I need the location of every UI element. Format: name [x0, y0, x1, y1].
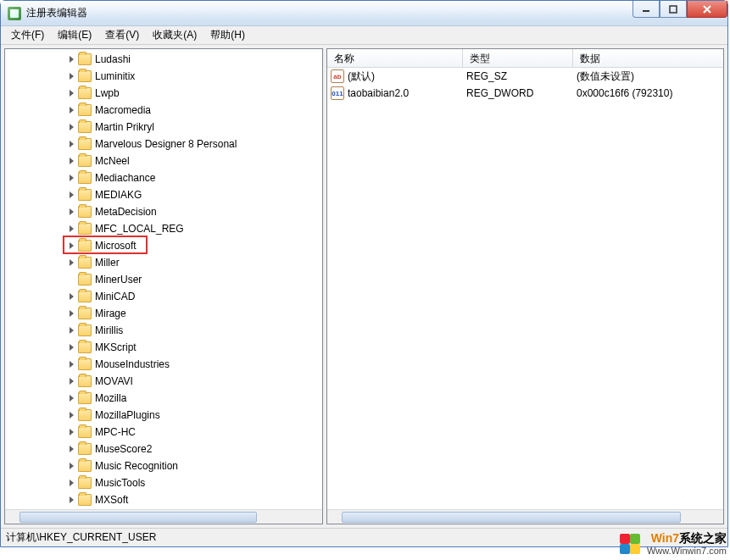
- list-row[interactable]: ab(默认)REG_SZ(数值未设置): [327, 68, 723, 85]
- close-button[interactable]: [687, 1, 727, 18]
- tree-item-label: Microsoft: [95, 240, 137, 252]
- tree-item-label: MozillaPlugins: [95, 409, 160, 421]
- expander-icon[interactable]: [66, 122, 76, 132]
- svg-rect-1: [670, 6, 677, 13]
- value-name: taobaibian2.0: [348, 87, 409, 99]
- folder-icon: [78, 206, 92, 218]
- tree-pane: LudashiLuminitixLwpbMacromediaMartin Pri…: [4, 48, 323, 524]
- tree-item[interactable]: MOVAVI: [5, 373, 322, 390]
- expander-icon[interactable]: [66, 173, 76, 183]
- tree-item[interactable]: MozillaPlugins: [5, 407, 322, 424]
- expander-icon[interactable]: [66, 495, 76, 505]
- folder-icon: [78, 274, 92, 286]
- tree-item[interactable]: Macromedia: [5, 102, 322, 119]
- tree-horizontal-scrollbar[interactable]: [5, 509, 322, 524]
- folder-icon: [78, 121, 92, 133]
- tree-item[interactable]: Mirage: [5, 305, 322, 322]
- expander-icon[interactable]: [66, 105, 76, 115]
- expander-icon[interactable]: [66, 393, 76, 403]
- tree-item-label: Mirillis: [95, 324, 123, 336]
- tree-item[interactable]: MEDIAKG: [5, 186, 322, 203]
- expander-icon[interactable]: [66, 224, 76, 234]
- expander-icon[interactable]: [66, 325, 76, 335]
- expander-icon[interactable]: [66, 241, 76, 251]
- tree-item[interactable]: McNeel: [5, 152, 322, 169]
- menu-view[interactable]: 查看(V): [98, 26, 146, 44]
- expander-icon[interactable]: [66, 308, 76, 319]
- expander-icon[interactable]: [66, 444, 76, 454]
- tree-item-label: Ludashi: [95, 53, 131, 65]
- folder-icon: [78, 426, 92, 438]
- expander-icon[interactable]: [66, 139, 76, 149]
- expander-icon[interactable]: [66, 156, 76, 166]
- expander-icon[interactable]: [66, 478, 76, 488]
- folder-icon: [78, 494, 92, 506]
- expander-icon[interactable]: [66, 71, 76, 81]
- tree-item-label: Lwpb: [95, 87, 120, 99]
- tree-item-label: MEDIAKG: [95, 189, 142, 201]
- expander-icon[interactable]: [66, 291, 76, 302]
- tree-item[interactable]: Luminitix: [5, 68, 322, 85]
- tree-item[interactable]: MPC-HC: [5, 424, 322, 441]
- expander-icon[interactable]: [66, 461, 76, 471]
- list-body[interactable]: ab(默认)REG_SZ(数值未设置)011taobaibian2.0REG_D…: [327, 68, 723, 509]
- tree-item[interactable]: MetaDecision: [5, 203, 322, 220]
- tree-item-label: Mediachance: [95, 172, 155, 184]
- expander-icon[interactable]: [66, 207, 76, 217]
- folder-icon: [78, 257, 92, 269]
- tree-item-label: MinerUser: [95, 274, 142, 286]
- tree-item[interactable]: Mediachance: [5, 169, 322, 186]
- list-row[interactable]: 011taobaibian2.0REG_DWORD0x000c16f6 (792…: [327, 85, 723, 102]
- tree-item[interactable]: Mirillis: [5, 322, 322, 339]
- maximize-icon: [669, 5, 677, 14]
- expander-icon[interactable]: [66, 342, 76, 352]
- menu-favorites[interactable]: 收藏夹(A): [146, 26, 203, 44]
- tree-item[interactable]: Mozilla: [5, 390, 322, 407]
- menu-edit[interactable]: 编辑(E): [51, 26, 98, 44]
- window-title: 注册表编辑器: [26, 6, 87, 20]
- menu-help[interactable]: 帮助(H): [203, 26, 252, 44]
- tree-item[interactable]: MinerUser: [5, 271, 322, 288]
- dword-value-icon: 011: [331, 86, 344, 100]
- expander-icon[interactable]: [66, 258, 76, 268]
- tree-item[interactable]: Microsoft: [5, 237, 322, 254]
- expander-icon[interactable]: [66, 54, 76, 64]
- tree-item-label: Martin Prikryl: [95, 121, 154, 133]
- col-name[interactable]: 名称: [327, 49, 463, 67]
- tree-item[interactable]: MFC_LOCAL_REG: [5, 220, 322, 237]
- tree-item-label: Luminitix: [95, 70, 135, 82]
- tree-item-label: McNeel: [95, 155, 130, 167]
- tree-item[interactable]: MKScript: [5, 339, 322, 356]
- tree-item[interactable]: MouseIndustries: [5, 356, 322, 373]
- tree-item[interactable]: Marvelous Designer 8 Personal: [5, 136, 322, 152]
- col-data[interactable]: 数据: [573, 49, 723, 67]
- tree-item[interactable]: MuseScore2: [5, 441, 322, 457]
- tree-item[interactable]: Miller: [5, 254, 322, 271]
- tree-item[interactable]: Ludashi: [5, 51, 322, 68]
- tree-item[interactable]: Music Recognition: [5, 457, 322, 474]
- expander-icon[interactable]: [66, 376, 76, 386]
- tree-item[interactable]: Martin Prikryl: [5, 119, 322, 136]
- expander-icon[interactable]: [66, 427, 76, 437]
- col-type[interactable]: 类型: [463, 49, 573, 67]
- minimize-button[interactable]: [632, 1, 660, 18]
- list-horizontal-scrollbar[interactable]: [327, 509, 723, 524]
- minimize-icon: [642, 5, 650, 14]
- maximize-button[interactable]: [660, 1, 687, 18]
- tree-item[interactable]: MiniCAD: [5, 288, 322, 305]
- tree-item[interactable]: Lwpb: [5, 85, 322, 102]
- tree-item-label: MusicTools: [95, 477, 145, 489]
- tree-item[interactable]: MXSoft: [5, 491, 322, 508]
- titlebar[interactable]: 注册表编辑器: [1, 1, 727, 26]
- expander-icon[interactable]: [66, 359, 76, 369]
- menu-file[interactable]: 文件(F): [4, 26, 51, 44]
- tree-scroll[interactable]: LudashiLuminitixLwpbMacromediaMartin Pri…: [5, 49, 322, 509]
- expander-icon[interactable]: [66, 190, 76, 200]
- folder-icon: [78, 477, 92, 489]
- content-area: LudashiLuminitixLwpbMacromediaMartin Pri…: [1, 45, 727, 528]
- list-pane: 名称 类型 数据 ab(默认)REG_SZ(数值未设置)011taobaibia…: [326, 48, 724, 524]
- tree-item[interactable]: MusicTools: [5, 474, 322, 491]
- expander-icon[interactable]: [66, 88, 76, 98]
- expander-icon[interactable]: [66, 410, 76, 420]
- folder-icon: [78, 375, 92, 387]
